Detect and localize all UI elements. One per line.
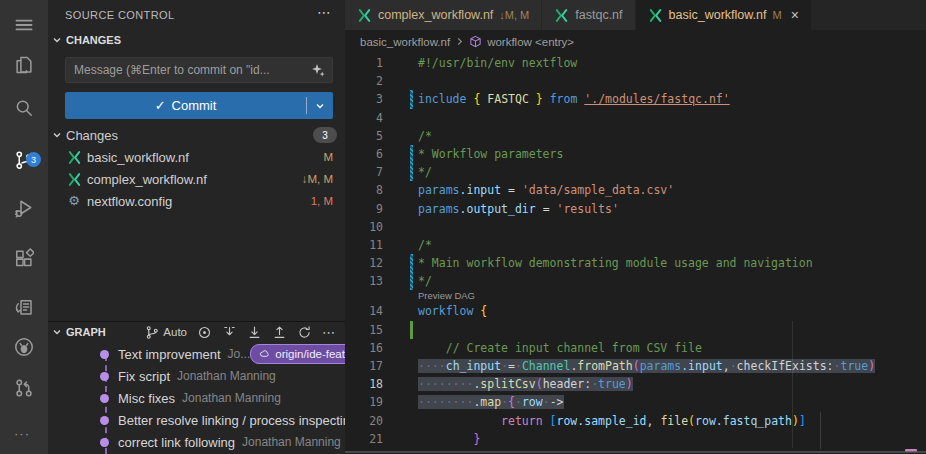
branch-ref-badge[interactable]: origin/ide-featu... [250,344,345,364]
close-icon[interactable]: × [791,8,799,22]
line-number[interactable]: 1 [345,54,383,72]
line-number[interactable]: 19 [345,393,383,411]
line-number[interactable]: 12 [345,254,383,272]
document-refresh-icon[interactable] [14,297,34,317]
gutter-added-marker [410,321,413,339]
commit-message-input[interactable]: Message (⌘Enter to commit on "id... [65,57,333,83]
changes-section-header[interactable]: CHANGES [52,34,121,46]
code-line[interactable]: 21 } [345,430,926,448]
graph-auto-dropdown[interactable]: Auto [144,324,187,340]
line-number[interactable]: 4 [345,109,383,127]
code-line-text [418,72,926,90]
code-line[interactable]: 11/* [345,236,926,254]
changes-tree-header[interactable]: Changes 3 [52,124,337,146]
commit-row[interactable]: Misc fixesJonathan Manning [48,387,345,409]
code-line[interactable]: 8params.input = 'data/sample_data.csv' [345,181,926,199]
line-number[interactable]: 5 [345,127,383,145]
editor-gutter [383,339,418,357]
editor-bottom-scrollbar[interactable] [345,451,926,453]
code-token: return [501,414,543,428]
code-line[interactable]: 5/* [345,127,926,145]
line-number[interactable]: 20 [345,412,383,430]
line-number[interactable]: 7 [345,163,383,181]
sidebar-more-icon[interactable]: ⋯ [317,4,331,20]
code-editor[interactable]: 1#!/usr/bin/env nextflow23include { FAST… [345,53,926,454]
line-number[interactable]: 15 [345,321,383,339]
line-number[interactable]: 11 [345,236,383,254]
commit-dropdown-button[interactable] [307,101,333,111]
editor-tab-bar: complex_workflow.nf↓M, Mfastqc.nfbasic_w… [345,0,926,30]
code-line[interactable]: 13*/ [345,272,926,290]
file-name: basic_workflow.nf [87,150,189,165]
breadcrumb-file[interactable]: basic_workflow.nf [360,36,450,48]
code-line[interactable]: 16 // Create input channel from CSV file [345,339,926,357]
line-number[interactable]: 6 [345,145,383,163]
pull-icon[interactable] [246,324,262,340]
code-line[interactable]: 4 [345,109,926,127]
more-icon[interactable]: ⋯ [321,324,337,340]
code-line[interactable]: 14workflow { [345,302,926,320]
code-line[interactable]: 12* Main workflow demonstrating module u… [345,254,926,272]
code-line[interactable]: 3include { FASTQC } from './modules/fast… [345,90,926,108]
breadcrumb-symbol[interactable]: workflow <entry> [487,36,574,48]
changed-file-row[interactable]: ⚙nextflow.config1, M [48,190,345,212]
code-line[interactable]: 9params.output_dir = 'results' [345,200,926,218]
line-number[interactable]: 8 [345,181,383,199]
code-line-text [418,218,926,236]
commit-row[interactable]: Better resolve linking / process inspect… [48,409,345,431]
editor-tab[interactable]: fastqc.nf [542,0,634,30]
codelens-preview-dag[interactable]: Preview DAG [345,290,926,302]
code-token: #!/usr/bin/env nextflow [418,56,577,70]
code-line[interactable]: 2 [345,72,926,90]
menu-icon[interactable] [14,15,34,35]
target-icon[interactable] [196,324,212,340]
line-number[interactable]: 13 [345,272,383,290]
run-debug-icon[interactable] [14,198,34,218]
line-number[interactable]: 18 [345,375,383,393]
code-line[interactable]: 19········.map·{·row·-> [345,393,926,411]
commit-row[interactable]: Fix scriptJonathan Manning [48,365,345,387]
changed-file-row[interactable]: basic_workflow.nfM [48,146,345,168]
code-line[interactable]: 7*/ [345,163,926,181]
line-number[interactable]: 17 [345,357,383,375]
refresh-icon[interactable] [296,324,312,340]
code-line[interactable]: 1#!/usr/bin/env nextflow [345,54,926,72]
code-line[interactable]: 10 [345,218,926,236]
commit-row[interactable]: correct link followingJonathan Manning [48,431,345,453]
commit-message: Better resolve linking / process inspect… [118,413,345,428]
commit-row[interactable]: Text improvementJo...origin/ide-featu... [48,343,345,365]
line-number[interactable]: 21 [345,430,383,448]
github-icon[interactable] [14,337,34,357]
line-number[interactable]: 3 [345,90,383,108]
fetch-icon[interactable] [221,324,237,340]
line-number[interactable]: 16 [345,339,383,357]
commit-button-main[interactable]: ✓ Commit [65,98,306,113]
push-icon[interactable] [271,324,287,340]
pull-request-icon[interactable] [14,378,34,398]
code-line[interactable]: 17····ch_input·=·Channel.fromPath(params… [345,357,926,375]
editor-tab[interactable]: basic_workflow.nfM× [636,0,811,30]
copilot-sparkle-icon[interactable] [311,63,326,78]
line-number[interactable]: 9 [345,200,383,218]
explorer-icon[interactable] [14,55,34,75]
extensions-icon[interactable] [14,248,34,268]
code-line[interactable]: 15 [345,321,926,339]
code-token: row.fastq_path [695,414,792,428]
code-line[interactable]: 20 return [row.sample_id, file(row.fastq… [345,412,926,430]
changed-file-row[interactable]: complex_workflow.nf↓M, M [48,168,345,190]
activity-bar: 3··· [0,0,48,454]
code-token: splitCsv [480,377,535,391]
breadcrumb[interactable]: basic_workflow.nf workflow <entry> [345,30,926,53]
line-number[interactable]: 14 [345,302,383,320]
editor-tab[interactable]: complex_workflow.nf↓M, M [345,0,541,30]
line-number[interactable]: 10 [345,218,383,236]
code-line[interactable]: 6* Workflow parameters [345,145,926,163]
commit-button[interactable]: ✓ Commit [65,92,333,119]
search-icon[interactable] [14,98,34,118]
nextflow-file-icon [66,171,82,187]
more-icon[interactable]: ··· [14,426,30,441]
changes-tree-label: Changes [66,128,118,143]
line-number[interactable]: 2 [345,72,383,90]
graph-section-header[interactable]: GRAPH [52,326,106,338]
code-line[interactable]: 18········.splitCsv(header:·true) [345,375,926,393]
